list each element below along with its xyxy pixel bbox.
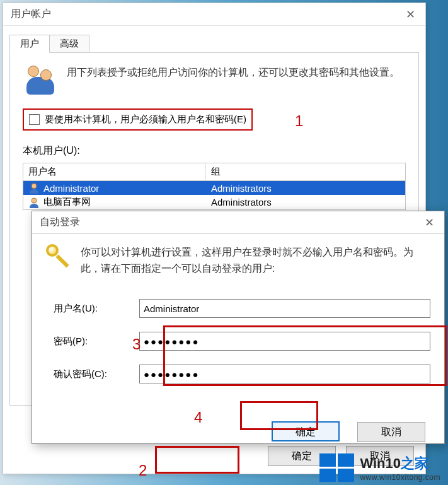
col-username[interactable]: 用户名 — [23, 163, 206, 180]
auto-login-dialog: 自动登录 ✕ 你可以对计算机进行设置，这样用户在登录时就不必输入用户名和密码。为… — [32, 211, 445, 444]
user-icon — [28, 197, 40, 208]
annotation-3: 3 — [132, 336, 141, 353]
svg-point-0 — [32, 184, 37, 189]
titlebar[interactable]: 自动登录 ✕ — [32, 211, 444, 234]
svg-rect-3 — [338, 453, 354, 467]
require-password-label: 要使用本计算机，用户必须输入用户名和密码(E) — [45, 114, 246, 126]
user-table: 用户名 组 Administrator Administrators 电脑百事网 — [23, 163, 406, 210]
key-icon — [46, 244, 63, 269]
svg-point-1 — [32, 198, 37, 203]
auto-login-intro: 你可以对计算机进行设置，这样用户在登录时就不必输入用户名和密码。为此，请在下面指… — [72, 244, 430, 276]
cancel-button[interactable]: 取消 — [357, 422, 425, 442]
svg-rect-5 — [338, 469, 354, 482]
password-label: 密码(P): — [54, 336, 139, 348]
table-header: 用户名 组 — [23, 163, 405, 181]
password-input[interactable] — [139, 332, 430, 351]
svg-rect-4 — [319, 469, 336, 482]
tab-advanced[interactable]: 高级 — [49, 35, 89, 53]
tab-user[interactable]: 用户 — [9, 35, 50, 53]
table-row[interactable]: 电脑百事网 Administrators — [23, 195, 405, 209]
table-row[interactable]: Administrator Administrators — [23, 181, 405, 195]
require-password-checkbox[interactable] — [29, 114, 40, 125]
annotation-1: 1 — [295, 112, 303, 130]
close-icon[interactable]: ✕ — [420, 213, 439, 232]
titlebar[interactable]: 用户帐户 ✕ — [3, 3, 425, 26]
col-group[interactable]: 组 — [206, 163, 405, 180]
close-icon[interactable]: ✕ — [401, 5, 420, 24]
svg-rect-2 — [319, 453, 336, 467]
cell-username: 电脑百事网 — [43, 196, 91, 208]
user-list-label: 本机用户(U): — [23, 144, 406, 158]
annotation-2: 2 — [139, 462, 147, 479]
confirm-password-label: 确认密码(C): — [54, 368, 139, 380]
people-icon — [23, 64, 58, 97]
annotation-4: 4 — [194, 409, 202, 426]
cell-group: Administrators — [206, 181, 405, 195]
watermark-url: www.win10xitong.com — [360, 473, 440, 482]
user-icon — [28, 182, 40, 194]
cell-username: Administrator — [43, 183, 99, 194]
dialog-title: 用户帐户 — [11, 8, 51, 21]
child-button-row: 确定 取消 — [46, 421, 430, 442]
intro-text: 用下列表授予或拒绝用户访问你的计算机，还可以更改其密码和其他设置。 — [58, 64, 399, 97]
ok-button[interactable]: 确定 — [272, 421, 340, 441]
require-password-row: 要使用本计算机，用户必须输入用户名和密码(E) — [23, 108, 253, 131]
confirm-password-input[interactable] — [139, 365, 430, 383]
watermark: Win10之家 www.win10xitong.com — [319, 453, 440, 482]
watermark-title-a: Win10 — [360, 455, 401, 471]
username-label: 用户名(U): — [54, 303, 139, 315]
cell-group: Administrators — [206, 195, 405, 209]
windows-logo-icon — [319, 453, 355, 482]
dialog-title: 自动登录 — [40, 216, 80, 229]
username-input[interactable] — [139, 299, 430, 318]
watermark-title-b: 之家 — [401, 455, 428, 471]
